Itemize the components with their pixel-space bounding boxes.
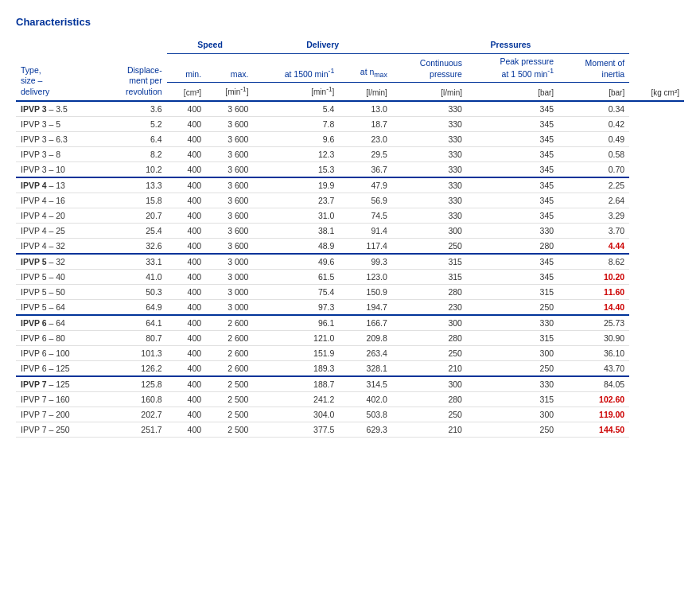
cell-value: 377.5 (253, 422, 339, 437)
cell-value: 47.9 (339, 177, 392, 193)
cell-value: 2 600 (206, 360, 253, 376)
cell-value: 50.3 (101, 284, 167, 299)
table-row: IPVP 4 – 3232.64003 60048.9117.42502804.… (16, 238, 684, 254)
cell-value: 43.70 (558, 360, 629, 376)
cell-value: 330 (392, 131, 467, 146)
cell-type: IPVP 7 – 200 (16, 407, 101, 422)
table-row: IPVP 4 – 2020.74003 60031.074.53303453.2… (16, 208, 684, 223)
cell-type: IPVP 4 – 20 (16, 208, 101, 223)
cell-value: 97.3 (253, 299, 339, 315)
cell-type: IPVP 4 – 13 (16, 177, 101, 193)
cell-value: 75.4 (253, 284, 339, 299)
cell-value: 84.05 (558, 376, 629, 392)
cell-value: 263.4 (339, 345, 392, 360)
cell-value: 2 500 (206, 391, 253, 407)
cell-value: 345 (467, 193, 558, 208)
cell-value: 8.62 (558, 254, 629, 270)
cell-value: 250 (467, 360, 558, 376)
cell-type: IPVP 3 – 10 (16, 161, 101, 177)
cell-value: 315 (392, 269, 467, 284)
cell-value: 15.3 (253, 161, 339, 177)
cell-value: 80.7 (101, 330, 167, 345)
cell-value: 30.90 (558, 330, 629, 345)
cell-value: 5.2 (101, 116, 167, 131)
cell-value: 23.0 (339, 131, 392, 146)
table-row: IPVP 7 – 200202.74002 500304.0503.825030… (16, 407, 684, 422)
cell-value: 400 (167, 238, 206, 254)
cell-value: 400 (167, 345, 206, 360)
cell-value: 194.7 (339, 299, 392, 315)
cell-value: 345 (467, 146, 558, 161)
table-row: IPVP 3 – 6.36.44003 6009.623.03303450.49 (16, 131, 684, 146)
cell-type: IPVP 4 – 25 (16, 223, 101, 238)
cell-value: 102.60 (558, 391, 629, 407)
cell-value: 251.7 (101, 422, 167, 437)
cell-type: IPVP 7 – 250 (16, 422, 101, 437)
table-row: IPVP 4 – 2525.44003 60038.191.43003303.7… (16, 223, 684, 238)
cell-value: 8.2 (101, 146, 167, 161)
cell-value: 400 (167, 407, 206, 422)
cell-type: IPVP 5 – 40 (16, 269, 101, 284)
unit-delivery-1500: [l/min] (339, 83, 392, 101)
cell-type: IPVP 5 – 32 (16, 254, 101, 270)
unit-speed-max: [min-1] (253, 83, 339, 101)
table-row: IPVP 5 – 3233.14003 00049.699.33153458.6… (16, 254, 684, 270)
cell-value: 300 (392, 315, 467, 331)
cell-value: 2 600 (206, 330, 253, 345)
cell-value: 31.0 (253, 208, 339, 223)
cell-value: 300 (467, 407, 558, 422)
cell-value: 400 (167, 208, 206, 223)
cell-value: 10.2 (101, 161, 167, 177)
cell-type: IPVP 3 – 5 (16, 116, 101, 131)
cell-value: 19.9 (253, 177, 339, 193)
cell-value: 3 000 (206, 269, 253, 284)
cell-value: 330 (392, 101, 467, 117)
col-speed-max-label: max. (206, 53, 253, 83)
cell-value: 119.00 (558, 407, 629, 422)
cell-value: 400 (167, 254, 206, 270)
table-row: IPVP 6 – 100101.34002 600151.9263.425030… (16, 345, 684, 360)
header-row-1: Type,size –delivery Displace-ment perrev… (16, 37, 684, 53)
cell-value: 48.9 (253, 238, 339, 254)
cell-value: 18.7 (339, 116, 392, 131)
cell-value: 400 (167, 161, 206, 177)
cell-value: 10.20 (558, 269, 629, 284)
cell-value: 230 (392, 299, 467, 315)
cell-value: 121.0 (253, 330, 339, 345)
col-delivery-nmax-label: at nmax (339, 53, 392, 83)
cell-value: 166.7 (339, 315, 392, 331)
cell-value: 117.4 (339, 238, 392, 254)
cell-value: 3.29 (558, 208, 629, 223)
cell-value: 74.5 (339, 208, 392, 223)
cell-value: 13.3 (101, 177, 167, 193)
cell-value: 64.1 (101, 315, 167, 331)
cell-value: 3.70 (558, 223, 629, 238)
cell-value: 9.6 (253, 131, 339, 146)
cell-value: 345 (467, 254, 558, 270)
unit-delivery-nmax: [l/min] (392, 83, 467, 101)
unit-continuous: [bar] (467, 83, 558, 101)
col-inertia-label: Moment ofinertia (558, 53, 629, 83)
cell-value: 330 (392, 177, 467, 193)
cell-value: 3 600 (206, 161, 253, 177)
cell-value: 101.3 (101, 345, 167, 360)
unit-speed-min: [min-1] (206, 83, 253, 101)
cell-value: 3 600 (206, 193, 253, 208)
cell-value: 400 (167, 284, 206, 299)
cell-type: IPVP 7 – 160 (16, 391, 101, 407)
cell-value: 400 (167, 330, 206, 345)
cell-value: 61.5 (253, 269, 339, 284)
table-row: IPVP 3 – 1010.24003 60015.336.73303450.7… (16, 161, 684, 177)
cell-value: 280 (467, 238, 558, 254)
cell-value: 330 (392, 208, 467, 223)
cell-value: 125.8 (101, 376, 167, 392)
cell-value: 3 600 (206, 238, 253, 254)
cell-value: 99.3 (339, 254, 392, 270)
cell-value: 345 (467, 101, 558, 117)
cell-value: 400 (167, 422, 206, 437)
cell-value: 5.4 (253, 101, 339, 117)
cell-value: 330 (467, 223, 558, 238)
cell-value: 402.0 (339, 391, 392, 407)
cell-value: 503.8 (339, 407, 392, 422)
col-delivery-group: Delivery (253, 37, 391, 53)
